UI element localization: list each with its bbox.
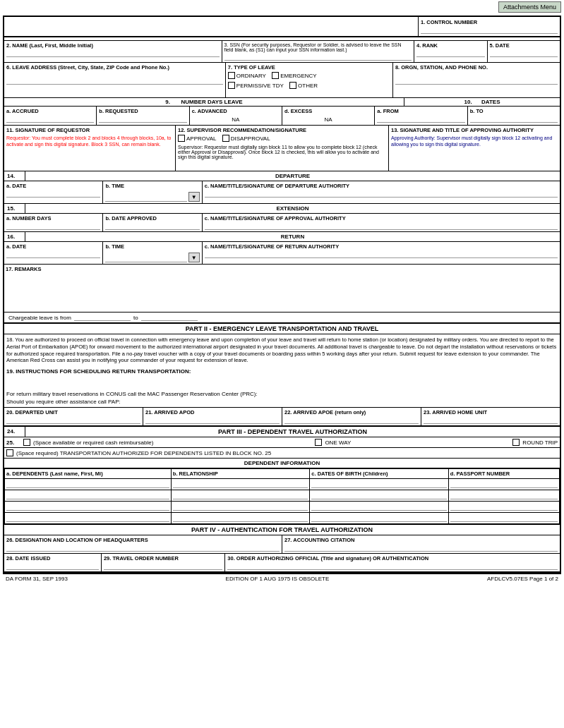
to-input[interactable] [470,116,558,123]
ext-date-input[interactable] [105,223,199,230]
approval-checkbox-label[interactable]: APPROVAL [178,135,217,142]
dept-time-input[interactable] [105,195,186,202]
item30-input[interactable] [227,563,558,570]
approving-auth-note: Approving Authority: Supervisor must dig… [391,135,552,147]
extension-fields-row: a. NUMBER DAYS b. DATE APPROVED c. NAME/… [4,214,560,231]
space-req-checkbox[interactable] [6,449,13,456]
dep-dob-3[interactable] [311,504,447,511]
part3-label: PART III - DEPENDENT TRAVEL AUTHORIZATIO… [25,427,560,437]
dep-passport-1[interactable] [450,481,558,488]
space-avail-checkbox[interactable] [23,439,30,446]
rank-input[interactable] [416,50,485,57]
accrued-label: a. ACCRUED [6,108,94,114]
disapproval-checkbox[interactable] [222,135,229,142]
ret-time-input[interactable] [105,255,186,262]
remarks-textarea[interactable] [6,274,558,309]
dept-authority-input[interactable] [205,190,558,198]
dep-dob-2[interactable] [311,492,447,499]
date-input[interactable] [490,50,558,57]
from-input[interactable] [377,116,464,123]
ret-date-label: a. DATE [6,243,100,250]
dep-rel-2[interactable] [173,492,308,499]
chargeable-to-input[interactable] [141,314,198,321]
arrived-apoe-label: 22. ARRIVED APOE (return only) [284,409,419,415]
other-checkbox[interactable] [289,82,296,89]
ssn-input[interactable] [224,54,412,61]
other-checkbox-label[interactable]: OTHER [289,82,318,89]
cell-27: 27. ACCOUNTING CITATION [282,535,560,553]
ret-time-dropdown[interactable]: ▼ [188,253,200,262]
dept-time-dropdown[interactable]: ▼ [188,192,200,202]
arrived-apoe-input[interactable] [284,417,419,424]
item25-section: 25. (Space available or required cash re… [4,437,560,459]
ext-authority-input[interactable] [205,223,558,230]
leave-address-label: 6. LEAVE ADDRESS (Street, City, State, Z… [6,64,223,71]
ordinary-checkbox-label[interactable]: ORDINARY [228,72,266,79]
rank-label: 4. RANK [416,42,485,49]
departure-number: 14. [4,171,25,181]
ret-authority-input[interactable] [205,251,558,258]
item28-input[interactable] [6,563,99,570]
ret-date-input[interactable] [6,251,100,258]
cell-name: 2. NAME (Last, First, Middle Initial) [4,41,222,62]
dep-dob-4[interactable] [311,515,447,522]
dep-rel-3[interactable] [173,504,308,511]
dep-passport-3[interactable] [450,504,558,511]
dep-name-3[interactable] [6,504,169,511]
cell-approving-auth: 13. SIGNATURE AND TITLE OF APPROVING AUT… [389,126,560,171]
permissive-tdy-label: PERMISSIVE TDY [236,83,284,89]
dep-passport-2[interactable] [450,492,558,499]
permissive-tdy-checkbox[interactable] [228,82,235,89]
ordinary-checkbox[interactable] [228,72,235,79]
dep-table-row-1 [5,479,560,490]
ret-time-label: b. TIME [105,243,199,250]
return-number: 16. [4,232,25,241]
one-way-checkbox[interactable] [315,439,322,446]
name-input[interactable] [6,50,220,57]
attachments-menu-button[interactable]: Attachments Menu [498,1,561,13]
dep-name-4[interactable] [6,515,169,522]
dep-passport-4[interactable] [450,515,558,522]
arrived-apod-input[interactable] [145,417,280,424]
mac-text: For return military travel reservations … [6,391,558,397]
item26-input[interactable] [6,545,280,552]
cell-to: b. TO [468,107,560,125]
requested-input[interactable] [99,116,186,123]
space-req-label: (Space required) TRANSPORTATION AUTHORIZ… [16,450,271,456]
round-trip-label: ROUND TRIP [522,439,558,446]
control-number-input[interactable] [421,27,558,34]
departed-unit-input[interactable] [6,417,140,424]
dep-col-c-header: c. DATES OF BIRTH (Children) [310,469,449,479]
form-header: 1. CONTROL NUMBER [4,17,560,37]
dep-rel-1[interactable] [173,481,308,488]
remarks-label: 17. REMARKS [6,266,558,272]
leave-address-input[interactable] [6,78,223,85]
dep-dob-1[interactable] [311,481,447,488]
ext-days-input[interactable] [6,223,100,230]
item9-label: 9. [165,99,170,105]
instructions-label: 19. INSTRUCTIONS FOR SCHEDULING RETURN T… [6,368,558,375]
dep-rel-4[interactable] [173,515,308,522]
accrued-input[interactable] [6,116,94,123]
item29-label: 29. TRAVEL ORDER NUMBER [104,555,222,562]
orgn-input[interactable] [395,78,558,85]
item29-input[interactable] [104,563,222,570]
cell-ssn: 3. SSN (For security purposes, Requestor… [222,41,414,62]
emergency-checkbox-label[interactable]: EMERGENCY [272,72,317,79]
arrived-home-input[interactable] [424,417,558,424]
departed-unit-label: 20. DEPARTED UNIT [6,409,140,415]
cell-type-leave: 7. TYPE OF LEAVE ORDINARY EMERGENCY PERM… [226,63,393,97]
dept-date-input[interactable] [6,190,100,198]
disapproval-checkbox-label[interactable]: DISAPPROVAL [222,135,270,142]
approval-checkbox[interactable] [178,135,185,142]
item27-input[interactable] [284,545,558,552]
round-trip-checkbox[interactable] [512,439,520,446]
dep-name-1[interactable] [6,481,169,488]
return-title: RETURN [25,232,560,241]
chargeable-from-input[interactable] [74,314,131,321]
permissive-tdy-checkbox-label[interactable]: PERMISSIVE TDY [228,82,284,89]
dep-name-2[interactable] [6,492,169,499]
sig-requestor-note: Requestor: You must complete block 2 and… [6,135,171,147]
item24-label: 24. [4,427,25,437]
emergency-checkbox[interactable] [272,72,279,79]
